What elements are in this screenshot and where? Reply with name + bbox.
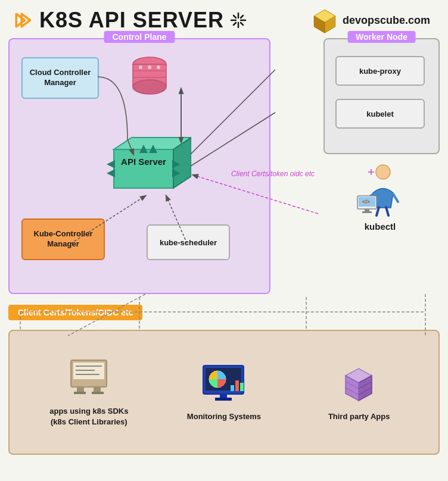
kubectl-label: kubectl [365, 221, 396, 232]
svg-line-5 [241, 23, 243, 25]
bottom-apps-area: apps using k8s SDKs (k8s Client Librarie… [8, 330, 440, 455]
page-title: K8s API Server [39, 8, 224, 33]
svg-point-31 [376, 165, 390, 179]
svg-line-35 [386, 207, 388, 215]
svg-marker-22 [114, 149, 173, 188]
brand-text: devopscube.com [343, 14, 430, 27]
worker-node-box: Worker Node kube-proxy kubelet [323, 38, 440, 154]
cube-icon [312, 7, 338, 33]
cloud-controller-label: Cloud Controller Manager [23, 68, 98, 88]
kubectl-person-icon: </> [350, 163, 410, 217]
chevron-icon [12, 10, 33, 31]
svg-rect-66 [231, 385, 234, 391]
svg-marker-1 [21, 14, 30, 27]
kube-controller-box: Kube-Controller Manager [21, 218, 105, 260]
svg-point-19 [139, 65, 142, 69]
header-left: K8s API Server [12, 8, 247, 33]
monitoring-item: Monitoring Systems [176, 363, 272, 422]
client-certs-banner: Client Certs/Tokens/OIDC etc [8, 305, 440, 320]
kube-proxy-box: kube-proxy [335, 56, 425, 86]
svg-line-34 [377, 207, 379, 215]
api-server-label: API Server [121, 157, 166, 167]
svg-text:</>: </> [362, 199, 370, 205]
kube-scheduler-box: kube-scheduler [147, 224, 230, 260]
kube-controller-label: Kube-Controller Manager [23, 229, 104, 249]
svg-rect-62 [92, 392, 104, 394]
kubelet-box: kubelet [335, 99, 425, 129]
svg-rect-70 [215, 398, 232, 401]
control-plane-label: Control Plane [104, 31, 175, 43]
etcd-icon [129, 51, 170, 101]
monitoring-icon [198, 363, 249, 404]
svg-rect-39 [365, 209, 369, 211]
worker-node-label: Worker Node [347, 31, 416, 43]
svg-rect-40 [362, 211, 372, 213]
thirdparty-icon [334, 363, 384, 404]
kubelet-label: kubelet [366, 110, 394, 118]
sdk-apps-label: apps using k8s SDKs (k8s Client Librarie… [41, 406, 136, 427]
kubectl-area: </> kubectl [326, 163, 434, 232]
svg-rect-67 [235, 380, 239, 391]
svg-line-33 [393, 194, 398, 202]
svg-line-9 [234, 15, 236, 18]
thirdparty-item: Third party Apps [312, 363, 407, 422]
svg-marker-26 [107, 169, 115, 177]
api-server-container: API Server [102, 132, 185, 191]
diagram-area: Control Plane Cloud Controller Manager [8, 38, 440, 467]
sdk-icon [65, 357, 113, 399]
svg-rect-69 [220, 394, 227, 398]
client-certs-inner-label: Client Certs/token oidc etc [231, 169, 315, 179]
svg-point-16 [133, 80, 166, 94]
svg-rect-59 [77, 387, 84, 392]
kube-proxy-label: kube-proxy [359, 67, 401, 76]
kube-scheduler-label: kube-scheduler [160, 238, 217, 247]
svg-point-21 [157, 65, 160, 69]
svg-point-20 [148, 65, 151, 69]
brand: devopscube.com [312, 7, 430, 33]
cloud-controller-box: Cloud Controller Manager [21, 57, 99, 99]
thirdparty-label: Third party Apps [328, 411, 390, 422]
client-certs-banner-label: Client Certs/Tokens/OIDC etc [8, 305, 142, 320]
svg-rect-60 [94, 387, 101, 392]
svg-rect-61 [74, 392, 86, 394]
spark-icon [230, 12, 247, 29]
svg-line-7 [234, 23, 236, 25]
svg-rect-68 [240, 383, 244, 391]
svg-line-3 [241, 15, 243, 18]
monitoring-label: Monitoring Systems [187, 411, 261, 422]
svg-marker-25 [107, 160, 115, 168]
control-plane-box: Control Plane Cloud Controller Manager [8, 38, 270, 294]
sdk-apps-item: apps using k8s SDKs (k8s Client Librarie… [41, 357, 136, 427]
